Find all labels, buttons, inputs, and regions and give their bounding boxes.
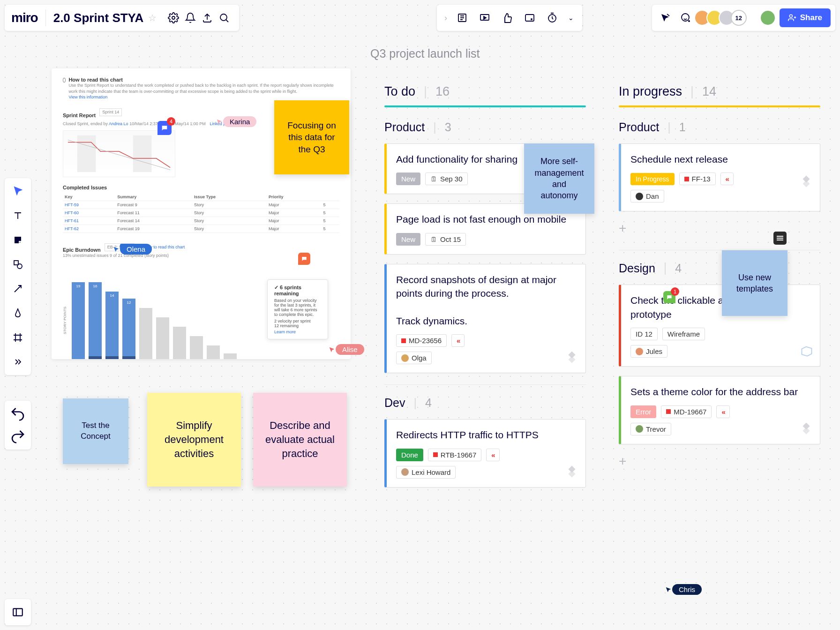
card-title: Page load is not fast enough on mobile xyxy=(396,212,576,226)
miro-logo[interactable]: miro xyxy=(11,10,38,25)
kanban-card[interactable]: Schedule next release In Progress FF-13 … xyxy=(619,143,820,211)
kanban-card[interactable]: Record snapshots of design at major poin… xyxy=(384,264,586,374)
thumbs-up-icon[interactable] xyxy=(499,9,516,26)
header-left: miro 2.0 Sprint STYA ☆ xyxy=(5,5,239,31)
user-cursor-olena: Olena xyxy=(112,244,152,255)
comment-bubble-icon[interactable]: 1 xyxy=(663,291,675,303)
select-tool[interactable] xyxy=(9,183,26,200)
section-count: 3 xyxy=(445,120,451,134)
timer-icon[interactable] xyxy=(544,9,561,26)
sprint-report-heading: Sprint Report xyxy=(63,112,96,118)
undo-redo-panel xyxy=(5,401,31,450)
priority-chip: « xyxy=(720,172,734,185)
collaborator-avatars[interactable]: 12 xyxy=(698,10,747,26)
add-card-button[interactable]: + xyxy=(619,221,820,236)
sticky-note[interactable]: Describe and evaluate actual practice xyxy=(253,393,347,487)
svg-point-5 xyxy=(531,18,532,20)
section-count: 4 xyxy=(425,396,432,410)
svg-rect-12 xyxy=(77,135,96,172)
column-title: In progress xyxy=(619,84,682,99)
kanban-title: Q3 project launch list xyxy=(370,47,480,60)
section-title: Design xyxy=(619,262,655,275)
frame-tool[interactable] xyxy=(9,329,26,346)
more-tools[interactable] xyxy=(9,353,26,370)
comment-bubble-icon[interactable]: 4 xyxy=(158,121,172,135)
tool-palette xyxy=(5,178,31,375)
column-title: To do xyxy=(384,84,415,99)
card-icon[interactable] xyxy=(521,9,538,26)
arrow-tool[interactable] xyxy=(9,280,26,297)
settings-icon[interactable] xyxy=(165,9,182,26)
date-chip: 🗓Sep 30 xyxy=(425,172,468,185)
id-chip: FF-13 xyxy=(679,172,716,185)
embed-help-link: View this information xyxy=(68,94,339,100)
jira-icon xyxy=(799,174,813,190)
jira-icon xyxy=(565,465,579,480)
share-button[interactable]: Share xyxy=(780,8,831,27)
comment-bubble-icon[interactable] xyxy=(773,232,787,245)
tag-chip: Wireframe xyxy=(662,328,705,340)
kanban-column-inprogress: In progress | 14 Product | 1 Schedule ne… xyxy=(619,84,820,469)
bell-icon[interactable] xyxy=(182,9,199,26)
chevron-left-icon[interactable]: › xyxy=(444,13,447,23)
user-cursor-chris: Chris xyxy=(665,584,702,595)
search-icon[interactable] xyxy=(216,9,232,26)
status-chip: Error xyxy=(630,405,656,418)
assignee-chip: Trevor xyxy=(630,423,671,435)
comment-count-badge: 4 xyxy=(167,117,175,126)
presentation-icon[interactable] xyxy=(476,9,493,26)
embed-help-title: How to read this chart xyxy=(68,77,339,82)
id-chip: RTB-19667 xyxy=(428,449,481,461)
minimap-toggle[interactable] xyxy=(5,599,31,625)
completed-issues-heading: Completed Issues xyxy=(63,185,339,190)
undo-button[interactable] xyxy=(9,405,26,422)
sticky-note[interactable]: Test the Concept xyxy=(63,398,128,464)
azure-devops-icon xyxy=(800,345,813,360)
priority-chip: « xyxy=(451,334,465,347)
note-icon[interactable] xyxy=(454,9,471,26)
svg-point-10 xyxy=(17,264,22,269)
priority-chip: « xyxy=(716,405,729,418)
kanban-card[interactable]: Sets a theme color for the address bar E… xyxy=(619,376,820,444)
section-title: Product xyxy=(384,120,425,134)
board-title[interactable]: 2.0 Sprint STYA xyxy=(53,11,144,25)
sticky-tool[interactable] xyxy=(9,232,26,248)
svg-rect-13 xyxy=(133,135,152,172)
shape-tool[interactable] xyxy=(9,256,26,273)
reactions-icon[interactable] xyxy=(677,9,694,26)
comment-count-badge: 1 xyxy=(671,287,679,296)
svg-point-0 xyxy=(172,16,175,19)
sticky-note[interactable]: More self-management and autonomy xyxy=(524,143,594,214)
sticky-note[interactable]: Focusing on this data for the Q3 xyxy=(274,100,349,174)
section-count: 1 xyxy=(679,120,686,134)
redo-button[interactable] xyxy=(9,428,26,445)
comment-bubble-icon[interactable] xyxy=(298,253,310,265)
sticky-note[interactable]: Simplify development activities xyxy=(147,393,241,487)
export-icon[interactable] xyxy=(199,9,216,26)
date-chip: 🗓Oct 15 xyxy=(425,233,466,246)
status-chip: In Progress xyxy=(630,173,675,185)
kanban-card[interactable]: Redirects HTTP traffic to HTTPS Done RTB… xyxy=(384,419,586,487)
current-user-avatar[interactable] xyxy=(760,10,776,26)
assignee-chip: Olga xyxy=(396,352,432,364)
avatar-overflow-count[interactable]: 12 xyxy=(731,10,747,26)
issues-table: KeySummaryIssue TypePriority HFT-59Forec… xyxy=(63,193,339,233)
header-right: 12 Share xyxy=(652,5,835,31)
header-apps: › ⌄ xyxy=(437,5,582,31)
status-chip: New xyxy=(396,172,420,185)
svg-rect-9 xyxy=(14,261,18,265)
star-icon[interactable]: ☆ xyxy=(148,12,157,23)
card-title: Record snapshots of design at major poin… xyxy=(396,273,576,328)
jira-icon xyxy=(799,421,813,437)
sprint-burndown-chart xyxy=(63,130,175,177)
epic-forecast-tooltip: ✓ 6 sprints remaining Based on your velo… xyxy=(267,279,328,339)
cursor-mode-icon[interactable] xyxy=(657,9,674,26)
card-title: Redirects HTTP traffic to HTTPS xyxy=(396,428,576,442)
text-tool[interactable] xyxy=(9,207,26,224)
svg-point-7 xyxy=(682,14,689,21)
sticky-note[interactable]: Use new templates xyxy=(722,250,788,316)
pen-tool[interactable] xyxy=(9,305,26,322)
kanban-card[interactable]: Check the clickable areas of the prototy… xyxy=(619,285,820,367)
add-card-button[interactable]: + xyxy=(619,454,820,469)
chevron-down-icon[interactable]: ⌄ xyxy=(568,14,574,22)
